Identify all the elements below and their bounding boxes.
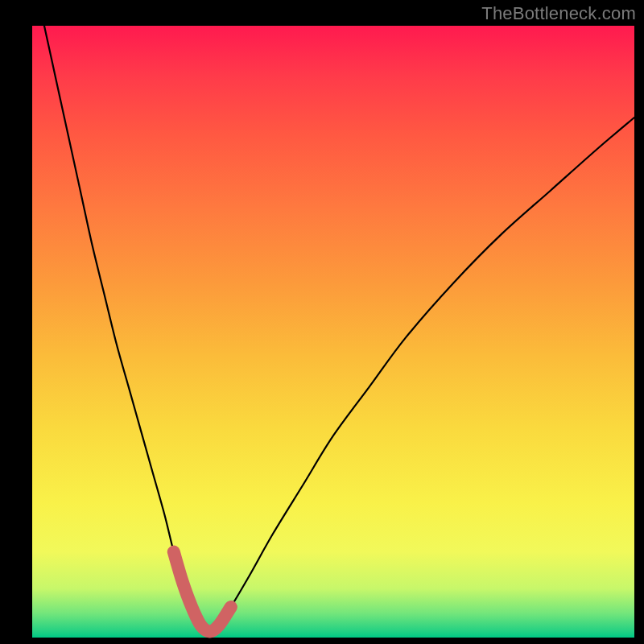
watermark-text: TheBottleneck.com [481, 3, 636, 24]
chart-frame: TheBottleneck.com [0, 0, 644, 644]
optimal-zone-highlight [174, 552, 231, 632]
curve-layer [0, 0, 644, 644]
bottleneck-curve [44, 26, 634, 631]
